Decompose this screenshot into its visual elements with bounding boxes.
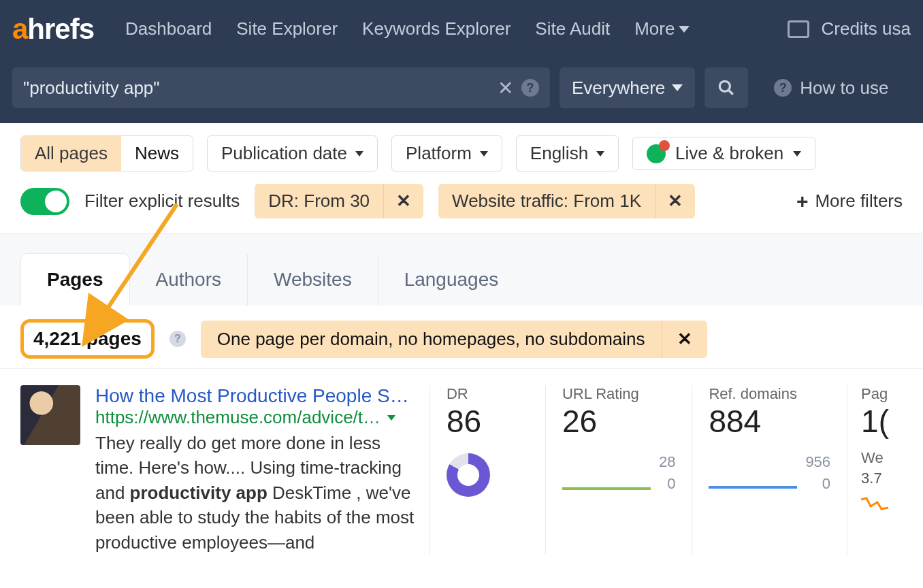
nav-dashboard[interactable]: Dashboard	[125, 18, 212, 39]
domain-filter-chip: One page per domain, no homepages, no su…	[201, 321, 707, 358]
explicit-toggle[interactable]	[20, 188, 69, 215]
chevron-down-icon	[596, 151, 604, 157]
help-icon[interactable]: ?	[521, 79, 539, 97]
tab-pages[interactable]: Pages	[20, 253, 130, 306]
chevron-down-icon	[355, 151, 363, 157]
language-filter[interactable]: English	[516, 135, 619, 172]
remove-chip-icon[interactable]: ✕	[383, 184, 423, 218]
sparkline	[861, 494, 888, 514]
seg-news[interactable]: News	[121, 136, 193, 171]
help-icon[interactable]: ?	[169, 331, 186, 347]
search-icon	[717, 79, 735, 97]
metric-page: Pag 1( We 3.7	[847, 385, 903, 555]
plus-icon: +	[796, 190, 809, 213]
filter-chip-traffic: Website traffic: From 1K ✕	[438, 184, 695, 218]
metric-url-rating: URL Rating 26 280	[545, 385, 692, 555]
sparkline	[709, 480, 797, 493]
results-header: 4,221 pages ? One page per domain, no ho…	[0, 306, 923, 369]
tab-authors[interactable]: Authors	[130, 254, 248, 306]
more-filters-button[interactable]: +More filters	[796, 190, 903, 213]
nav-keywords-explorer[interactable]: Keywords Explorer	[362, 18, 511, 39]
result-snippet: They really do get more done in less tim…	[95, 431, 415, 555]
filters-primary: All pages News Publication date Platform…	[0, 123, 923, 178]
chevron-down-icon	[679, 26, 690, 33]
metric-dr: DR 86	[430, 385, 545, 555]
search-button[interactable]	[705, 67, 748, 108]
chevron-down-icon	[480, 151, 488, 157]
page-type-segment: All pages News	[20, 135, 193, 172]
logo[interactable]: ahrefs	[12, 13, 94, 46]
results-count: 4,221 pages	[20, 319, 155, 359]
app-header: ahrefs Dashboard Site Explorer Keywords …	[0, 0, 923, 123]
metric-ref-domains: Ref. domains 884 9560	[692, 385, 847, 555]
sparkline	[562, 480, 651, 493]
clear-search-icon[interactable]: ✕	[498, 77, 513, 99]
remove-chip-icon[interactable]: ✕	[655, 184, 695, 218]
nav-more[interactable]: More	[634, 18, 690, 39]
svg-point-0	[720, 81, 730, 91]
chevron-down-icon	[793, 151, 801, 157]
svg-line-1	[729, 90, 734, 95]
tab-websites[interactable]: Websites	[248, 254, 378, 306]
nav-site-explorer[interactable]: Site Explorer	[236, 18, 338, 39]
chevron-down-icon	[672, 84, 683, 91]
url-dropdown-icon[interactable]	[387, 415, 395, 421]
live-broken-filter[interactable]: Live & broken	[632, 137, 815, 170]
help-icon: ?	[774, 79, 792, 97]
seg-all-pages[interactable]: All pages	[21, 136, 121, 171]
result-title-link[interactable]: How the Most Productive People Sch…	[95, 385, 415, 407]
explicit-label: Filter explicit results	[84, 191, 240, 212]
search-query: "productivity app"	[23, 78, 489, 99]
how-to-use-link[interactable]: ? How to use	[774, 78, 888, 99]
donut-chart	[447, 453, 490, 497]
result-url[interactable]: https://www.themuse.com/advice/t…	[95, 407, 380, 428]
remove-chip-icon[interactable]: ✕	[662, 321, 707, 358]
filter-chip-dr: DR: From 30 ✕	[255, 184, 423, 218]
tab-languages[interactable]: Languages	[378, 254, 525, 306]
status-icon	[647, 144, 666, 163]
result-thumbnail[interactable]	[20, 385, 80, 445]
nav-site-audit[interactable]: Site Audit	[535, 18, 610, 39]
credits-label[interactable]: Credits usa	[822, 18, 911, 39]
platform-filter[interactable]: Platform	[391, 135, 502, 172]
search-input[interactable]: "productivity app" ✕ ?	[12, 67, 550, 108]
monitor-icon[interactable]	[788, 20, 809, 38]
result-row: How the Most Productive People Sch… http…	[0, 369, 923, 555]
result-tabs: Pages Authors Websites Languages	[20, 253, 903, 306]
publication-date-filter[interactable]: Publication date	[207, 135, 378, 172]
filters-secondary: Filter explicit results DR: From 30 ✕ We…	[0, 178, 923, 234]
scope-dropdown[interactable]: Everywhere	[560, 67, 695, 108]
